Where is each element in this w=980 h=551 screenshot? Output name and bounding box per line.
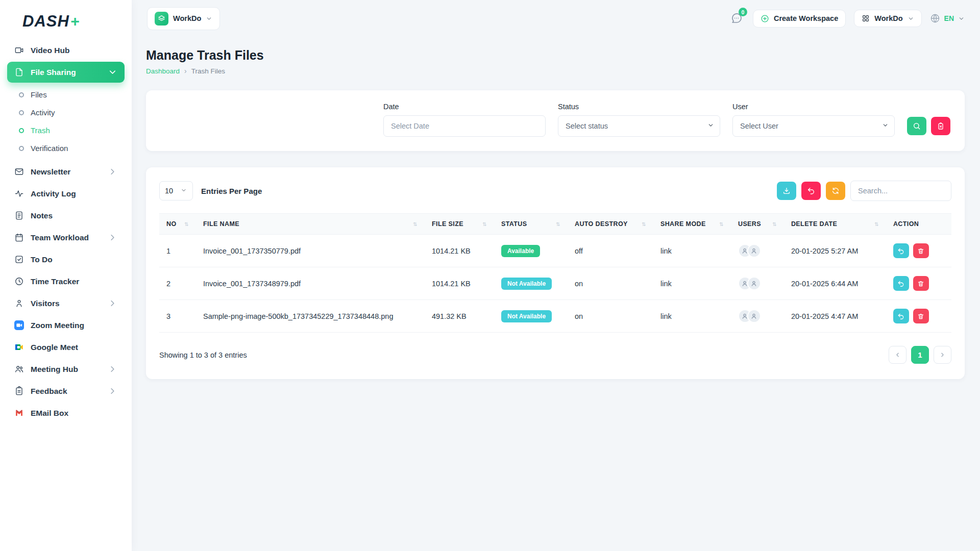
col-header-file-name[interactable]: FILE NAME⇅ (196, 214, 425, 235)
sidebar: DASH+ Video Hub File Sharing Files Activ (0, 0, 132, 551)
table-controls: 10 Entries Per Page (159, 181, 951, 201)
cell-no: 1 (159, 235, 196, 267)
apps-menu-button[interactable]: WorkDo (854, 10, 921, 27)
create-workspace-button[interactable]: Create Workspace (753, 10, 846, 28)
col-header-auto-destroy[interactable]: AUTO DESTROY⇅ (568, 214, 653, 235)
reset-filter-button[interactable] (931, 117, 950, 135)
apply-filter-button[interactable] (907, 117, 926, 135)
cell-delete-date: 20-01-2025 4:47 AM (784, 300, 886, 333)
sidebar-item-video-hub[interactable]: Video Hub (7, 40, 125, 61)
user-avatars (738, 277, 777, 290)
prev-page-button[interactable] (889, 346, 906, 364)
restore-all-button[interactable] (801, 182, 821, 200)
entries-per-page-select[interactable]: 10 (159, 181, 193, 201)
sidebar-item-activity-log[interactable]: Activity Log (7, 183, 125, 204)
messages-badge: 0 (739, 8, 747, 16)
brand-name: DASH (22, 12, 69, 31)
delete-button[interactable] (913, 309, 929, 323)
sidebar-item-file-sharing[interactable]: File Sharing (7, 62, 125, 83)
next-page-button[interactable] (934, 346, 951, 364)
language-selector[interactable]: EN (930, 13, 965, 23)
trash-files-table: NO⇅ FILE NAME⇅ FILE SIZE⇅ STATUS⇅ AUTO D… (159, 213, 951, 333)
cell-share-mode: link (653, 235, 731, 267)
status-select[interactable]: Select status (558, 115, 720, 137)
activity-icon (14, 189, 24, 198)
table-footer: Showing 1 to 3 of 3 entries 1 (159, 346, 951, 364)
sidebar-item-time-tracker[interactable]: Time Tracker (7, 271, 125, 292)
sidebar-item-visitors[interactable]: Visitors (7, 293, 125, 314)
table-row: 1 Invoice_001_1737350779.pdf 1014.21 KB … (159, 235, 951, 267)
sidebar-item-team-workload[interactable]: Team Workload (7, 227, 125, 248)
sidebar-item-label: Visitors (31, 299, 60, 308)
delete-button[interactable] (913, 243, 929, 258)
col-header-users[interactable]: USERS⇅ (731, 214, 784, 235)
sidebar-item-newsletter[interactable]: Newsletter (7, 161, 125, 182)
table-search-input[interactable] (850, 181, 951, 201)
breadcrumb-dashboard-link[interactable]: Dashboard (146, 67, 180, 75)
sidebar-item-verification[interactable]: Verification (7, 139, 125, 157)
chevron-right-icon (108, 364, 117, 374)
entries-per-page-label: Entries Per Page (201, 187, 262, 195)
avatar (747, 244, 761, 258)
sidebar-item-meeting-hub[interactable]: Meeting Hub (7, 359, 125, 380)
cell-share-mode: link (653, 267, 731, 300)
sort-icon: ⇅ (642, 221, 646, 227)
cell-auto-destroy: on (568, 267, 653, 300)
chevron-down-icon (206, 15, 212, 22)
table-row: 2 Invoice_001_1737348979.pdf 1014.21 KB … (159, 267, 951, 300)
col-header-share-mode[interactable]: SHARE MODE⇅ (653, 214, 731, 235)
sidebar-item-label: Newsletter (31, 167, 70, 177)
sidebar-item-to-do[interactable]: To Do (7, 249, 125, 270)
clipboard-icon (14, 386, 24, 396)
plus-circle-icon (761, 14, 769, 23)
calendar-icon (14, 233, 24, 242)
sidebar-item-activity[interactable]: Activity (7, 104, 125, 121)
sidebar-item-zoom-meeting[interactable]: Zoom Meeting (7, 315, 125, 336)
cell-file-name: Invoice_001_1737348979.pdf (196, 267, 425, 300)
sidebar-item-label: Trash (31, 126, 50, 135)
video-icon (14, 45, 24, 55)
filter-actions (907, 117, 950, 137)
user-select[interactable]: Select User (732, 115, 895, 137)
chevron-down-icon (108, 67, 117, 77)
workspace-name: WorkDo (173, 14, 201, 22)
language-code: EN (944, 14, 954, 22)
restore-button[interactable] (893, 309, 909, 323)
cell-file-size: 491.32 KB (425, 300, 494, 333)
restore-button[interactable] (893, 243, 909, 258)
sidebar-item-google-meet[interactable]: Google Meet (7, 337, 125, 358)
mail-icon (14, 167, 24, 177)
chevron-down-icon (908, 15, 914, 22)
download-icon (782, 187, 791, 195)
col-header-no[interactable]: NO⇅ (159, 214, 196, 235)
table-row: 3 Sample-png-image-500kb_1737345229_1737… (159, 300, 951, 333)
undo-icon (897, 280, 904, 287)
export-button[interactable] (777, 182, 796, 200)
cell-delete-date: 20-01-2025 6:44 AM (784, 267, 886, 300)
person-icon (14, 298, 24, 308)
sidebar-item-files[interactable]: Files (7, 86, 125, 104)
chevron-right-icon (108, 386, 117, 396)
date-input[interactable] (383, 115, 546, 137)
col-header-file-size[interactable]: FILE SIZE⇅ (425, 214, 494, 235)
col-header-status[interactable]: STATUS⇅ (494, 214, 568, 235)
workspace-selector[interactable]: WorkDo (147, 7, 220, 30)
delete-button[interactable] (913, 276, 929, 291)
refresh-button[interactable] (826, 182, 845, 200)
row-actions (893, 309, 944, 323)
messages-button[interactable]: 0 (728, 10, 745, 27)
bullet-icon (19, 146, 24, 151)
avatar (747, 277, 761, 290)
col-header-delete-date[interactable]: DELETE DATE⇅ (784, 214, 886, 235)
sidebar-item-notes[interactable]: Notes (7, 205, 125, 226)
sidebar-item-email-box[interactable]: EMail Box (7, 403, 125, 423)
user-filter-field: User Select User (732, 103, 895, 137)
page-number-button[interactable]: 1 (911, 346, 929, 364)
sidebar-item-label: Files (31, 90, 47, 99)
page-content: Manage Trash Files Dashboard › Trash Fil… (132, 37, 980, 379)
sidebar-item-trash[interactable]: Trash (7, 121, 125, 139)
sort-icon: ⇅ (482, 221, 487, 227)
grid-icon (862, 14, 870, 22)
restore-button[interactable] (893, 276, 909, 291)
sidebar-item-feedback[interactable]: Feedback (7, 381, 125, 402)
